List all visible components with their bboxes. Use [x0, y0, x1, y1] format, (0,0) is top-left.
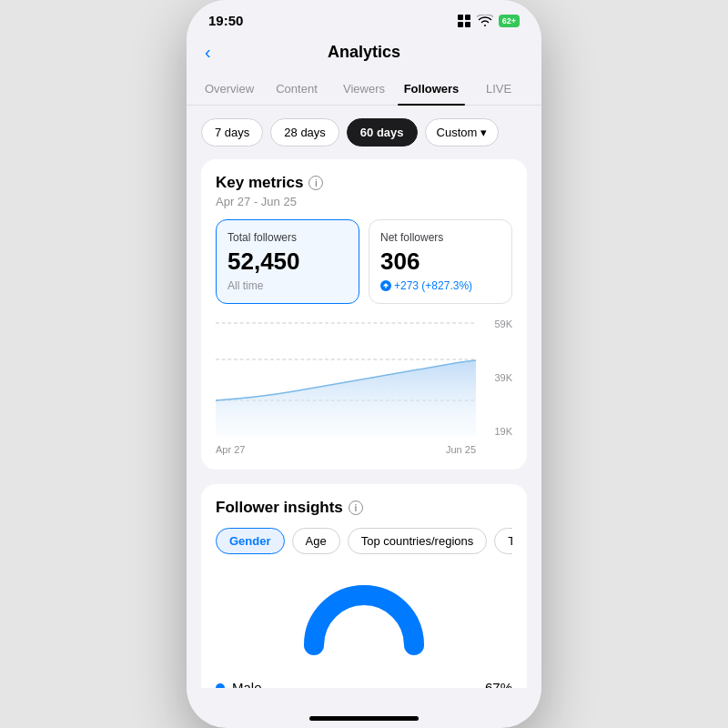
tab-countries[interactable]: Top countries/regions	[348, 528, 488, 554]
net-followers-label: Net followers	[380, 231, 500, 244]
svg-rect-0	[458, 15, 463, 20]
svg-rect-3	[465, 22, 470, 27]
tab-gender[interactable]: Gender	[216, 528, 285, 554]
phone-frame: 19:50 62+ ‹ Analytics Overview Con	[187, 0, 541, 728]
date-filters: 7 days 28 days 60 days Custom ▾	[187, 106, 541, 159]
filter-custom[interactable]: Custom ▾	[425, 118, 500, 147]
key-metrics-card: Key metrics i Apr 27 - Jun 25 Total foll…	[201, 159, 527, 470]
filter-7days[interactable]: 7 days	[201, 118, 263, 147]
net-followers-box: Net followers 306 +273 (+827.3%)	[369, 219, 512, 304]
home-indicator	[309, 716, 419, 721]
scroll-area[interactable]: 7 days 28 days 60 days Custom ▾ Key metr…	[187, 106, 541, 688]
header: ‹ Analytics	[187, 35, 541, 73]
net-followers-value: 306	[380, 248, 500, 276]
donut-chart-area	[216, 572, 512, 663]
svg-rect-2	[458, 22, 463, 27]
chart-area: 59K 39K 19K Apr 27 Jun 25	[216, 318, 512, 455]
insights-tabs: Gender Age Top countries/regions Top cit…	[216, 528, 512, 554]
total-followers-label: Total followers	[228, 231, 348, 244]
tab-overview[interactable]: Overview	[196, 73, 263, 105]
chart-body	[216, 318, 476, 437]
insights-title: Follower insights i	[216, 499, 512, 517]
tab-cities[interactable]: Top cities	[494, 528, 512, 554]
battery-badge: 62+	[499, 15, 520, 27]
donut-chart	[291, 572, 437, 663]
page-title: Analytics	[328, 43, 400, 62]
insights-info-icon[interactable]: i	[349, 500, 363, 515]
chart-y-labels: 59K 39K 19K	[480, 318, 512, 437]
gender-label: Male	[216, 680, 262, 688]
wifi-icon	[477, 15, 493, 27]
chevron-down-icon: ▾	[480, 126, 487, 139]
tab-viewers[interactable]: Viewers	[330, 73, 398, 105]
nav-tabs: Overview Content Viewers Followers LIVE	[187, 73, 541, 106]
gender-male-row: Male 67%	[216, 672, 512, 688]
status-icons: 62+	[457, 14, 520, 28]
arrow-up-icon	[380, 280, 391, 291]
tab-live[interactable]: LIVE	[465, 73, 532, 105]
area-chart	[216, 318, 476, 437]
male-dot	[216, 683, 225, 689]
svg-rect-1	[465, 15, 470, 20]
tab-followers[interactable]: Followers	[398, 73, 465, 105]
total-followers-value: 52,450	[228, 248, 348, 276]
metrics-row: Total followers 52,450 All time Net foll…	[216, 219, 512, 304]
net-followers-change: +273 (+827.3%)	[380, 279, 500, 292]
filter-60days[interactable]: 60 days	[347, 118, 418, 147]
status-bar: 19:50 62+	[187, 0, 541, 35]
tab-age[interactable]: Age	[292, 528, 340, 554]
back-button[interactable]: ‹	[205, 42, 211, 63]
chart-x-labels: Apr 27 Jun 25	[216, 444, 476, 455]
follower-insights-card: Follower insights i Gender Age Top count…	[201, 484, 527, 688]
male-percentage: 67%	[485, 680, 512, 688]
grid-icon	[457, 14, 471, 28]
total-followers-sub: All time	[228, 279, 348, 292]
info-icon[interactable]: i	[308, 176, 323, 190]
status-time: 19:50	[208, 13, 243, 28]
date-range-label: Apr 27 - Jun 25	[216, 195, 512, 208]
key-metrics-title: Key metrics i	[216, 174, 512, 192]
total-followers-box: Total followers 52,450 All time	[216, 219, 359, 304]
tab-content[interactable]: Content	[263, 73, 330, 105]
filter-28days[interactable]: 28 days	[270, 118, 339, 147]
